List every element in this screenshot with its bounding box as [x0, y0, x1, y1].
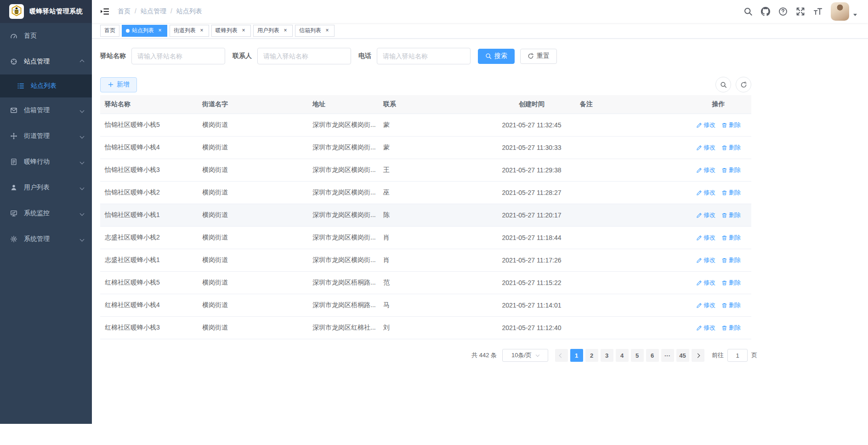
- sidebar-item[interactable]: 站点管理: [0, 49, 92, 74]
- tab[interactable]: 用户列表 ×: [253, 25, 293, 37]
- cell-contact: 马: [382, 301, 396, 309]
- add-button[interactable]: 新增: [100, 77, 137, 92]
- navbar: 首页站点管理站点列表: [92, 0, 868, 23]
- edit-link[interactable]: 修改: [696, 188, 715, 197]
- cell-created-time: 2021-05-27 11:29:38: [488, 166, 575, 174]
- sidebar-item[interactable]: 信箱管理: [0, 97, 92, 123]
- caret-down-icon: [853, 14, 857, 16]
- delete-link[interactable]: 删除: [721, 121, 741, 129]
- font-size-icon[interactable]: [813, 7, 823, 16]
- search-button[interactable]: 搜索: [478, 49, 515, 64]
- table-body: 怡锦社区暖蜂小栈5 横岗街道 深圳市龙岗区横岗街... 蒙 2021-05-27…: [100, 114, 751, 339]
- delete-link[interactable]: 删除: [721, 211, 741, 219]
- delete-icon: [721, 122, 727, 128]
- close-icon[interactable]: ×: [157, 28, 163, 34]
- cell-street: 横岗街道: [198, 324, 308, 332]
- delete-link[interactable]: 删除: [721, 279, 741, 287]
- search-icon[interactable]: [743, 7, 753, 16]
- breadcrumb-item[interactable]: 站点管理: [130, 7, 166, 16]
- cell-station-name: 怡锦社区暖蜂小栈4: [100, 143, 198, 152]
- edit-link[interactable]: 修改: [696, 166, 715, 174]
- page-button[interactable]: 3: [601, 349, 613, 362]
- delete-link[interactable]: 删除: [721, 256, 741, 264]
- table-row: 怡锦社区暖蜂小栈1 横岗街道 深圳市龙岗区横岗街... 陈 2021-05-27…: [100, 204, 751, 227]
- sidebar-item[interactable]: 用户列表: [0, 175, 92, 200]
- action-icon: [10, 158, 17, 165]
- cell-created-time: 2021-05-27 11:17:26: [488, 257, 575, 264]
- close-icon[interactable]: ×: [324, 28, 330, 34]
- tab[interactable]: 站点列表 ×: [122, 25, 167, 37]
- page-button[interactable]: 6: [646, 349, 659, 362]
- cell-address: 深圳市龙岗区横岗街...: [308, 143, 382, 152]
- tab[interactable]: 暖蜂列表 ×: [211, 25, 251, 37]
- delete-link[interactable]: 删除: [721, 301, 741, 309]
- delete-link[interactable]: 删除: [721, 324, 741, 332]
- cell-operations: 修改 删除: [686, 166, 751, 174]
- active-dot: [126, 29, 130, 33]
- fullscreen-icon[interactable]: [796, 7, 805, 16]
- edit-link[interactable]: 修改: [696, 143, 715, 152]
- edit-link[interactable]: 修改: [696, 301, 715, 309]
- edit-link[interactable]: 修改: [696, 324, 715, 332]
- cell-street: 横岗街道: [198, 211, 308, 219]
- next-page-button[interactable]: [692, 349, 704, 362]
- page-button[interactable]: 5: [631, 349, 644, 362]
- edit-link[interactable]: 修改: [696, 279, 715, 287]
- tab[interactable]: 首页 ×: [100, 25, 119, 37]
- reset-button[interactable]: 重置: [520, 49, 557, 64]
- sidebar-item[interactable]: 系统监控: [0, 200, 92, 226]
- stations-table: 驿站名称 街道名字 地址 联系人 创建时间 备注 操作: [100, 95, 751, 339]
- sidebar-menu: 首页 站点管理 站点列表 信箱管理 街道: [0, 23, 92, 252]
- delete-link[interactable]: 删除: [721, 188, 741, 197]
- edit-icon: [696, 212, 702, 218]
- cell-station-name: 志盛社区暖蜂小栈1: [100, 256, 198, 264]
- close-icon[interactable]: ×: [282, 28, 289, 34]
- cell-address: 深圳市龙岗区横岗街...: [308, 211, 382, 219]
- prev-page-button[interactable]: [555, 349, 568, 362]
- sidebar-item[interactable]: 系统管理: [0, 226, 92, 252]
- question-icon[interactable]: [778, 7, 788, 16]
- sidebar-item-label: 站点列表: [31, 82, 57, 90]
- user-menu[interactable]: [831, 2, 857, 21]
- page-button[interactable]: 1: [570, 349, 583, 362]
- close-icon[interactable]: ×: [240, 28, 247, 34]
- app-logo-bar[interactable]: 暖蜂驿站管理系统: [0, 0, 92, 23]
- cell-operations: 修改 删除: [686, 234, 751, 242]
- refresh-table-button[interactable]: [736, 77, 751, 92]
- page-button[interactable]: ···: [661, 349, 674, 362]
- github-icon[interactable]: [761, 7, 770, 16]
- toolbar-right: [715, 77, 751, 92]
- cell-operations: 修改 删除: [686, 279, 751, 287]
- tab[interactable]: 街道列表 ×: [170, 25, 209, 37]
- edit-link[interactable]: 修改: [696, 256, 715, 264]
- edit-link[interactable]: 修改: [696, 211, 715, 219]
- page-button[interactable]: 2: [585, 349, 598, 362]
- field-input[interactable]: [377, 48, 471, 64]
- goto-page-input[interactable]: [727, 349, 748, 362]
- breadcrumb-item[interactable]: 站点列表: [166, 7, 202, 16]
- sidebar-item[interactable]: 首页: [0, 23, 92, 49]
- table-row: 怡锦社区暖蜂小栈2 横岗街道 深圳市龙岗区横岗街... 巫 2021-05-27…: [100, 182, 751, 204]
- edit-link[interactable]: 修改: [696, 234, 715, 242]
- sidebar-item[interactable]: 站点列表: [0, 74, 92, 97]
- page-button[interactable]: 45: [676, 349, 689, 362]
- breadcrumb-item[interactable]: 首页: [118, 7, 130, 16]
- field-input[interactable]: [257, 48, 351, 64]
- close-icon[interactable]: ×: [199, 28, 205, 34]
- column-header: 联系人: [382, 100, 396, 108]
- delete-link[interactable]: 删除: [721, 234, 741, 242]
- sidebar-item[interactable]: 暖蜂行动: [0, 149, 92, 175]
- tab[interactable]: 信箱列表 ×: [295, 25, 335, 37]
- field-input[interactable]: [131, 48, 225, 64]
- delete-link[interactable]: 删除: [721, 143, 741, 152]
- delete-link[interactable]: 删除: [721, 166, 741, 174]
- page-button[interactable]: 4: [616, 349, 629, 362]
- edit-link[interactable]: 修改: [696, 121, 715, 129]
- toggle-search-button[interactable]: [715, 77, 731, 92]
- page-size-select[interactable]: 10条/页: [502, 349, 548, 362]
- sidebar-item[interactable]: 街道管理: [0, 123, 92, 149]
- avatar[interactable]: [831, 2, 849, 21]
- cell-street: 横岗街道: [198, 143, 308, 152]
- collapse-sidebar-icon[interactable]: [100, 7, 109, 16]
- column-header: 驿站名称: [100, 100, 198, 108]
